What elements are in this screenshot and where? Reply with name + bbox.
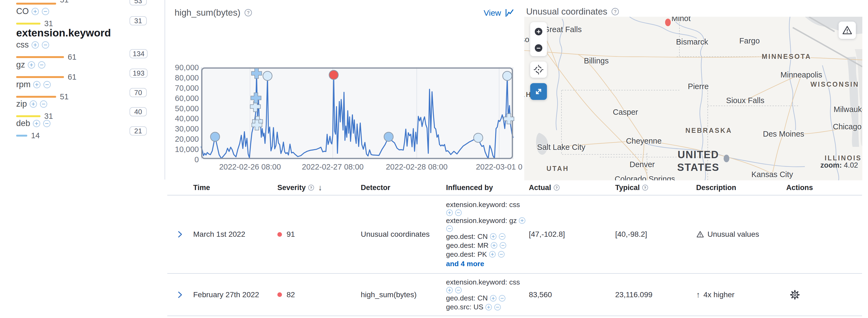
typical-coordinates-marker[interactable]: [724, 155, 729, 162]
filter-out-icon[interactable]: [494, 304, 501, 311]
help-icon[interactable]: ?: [642, 184, 648, 191]
help-icon[interactable]: ?: [611, 7, 619, 16]
filter-for-icon[interactable]: [33, 81, 41, 89]
anomaly-row: February 27th 202282high_sum(bytes)exten…: [167, 274, 862, 316]
anomaly-count-badge: 31: [129, 16, 147, 25]
influenced-by-cell: extension.keyword: cssgeo.dest: CNgeo.sr…: [442, 274, 525, 316]
x-axis-tick: 2022-02-28 08:00: [386, 163, 447, 171]
show-more-influencers-link[interactable]: and 4 more: [446, 259, 484, 269]
map-city-label: Denver: [629, 160, 655, 169]
influencer-value: geo.dest: MR: [446, 241, 489, 250]
filter-for-icon[interactable]: [491, 242, 498, 249]
column-header-severity[interactable]: Severity?↓: [273, 180, 356, 195]
map-city-label: so: [524, 35, 529, 44]
filter-out-icon[interactable]: [40, 100, 48, 108]
timeseries-chart[interactable]: [165, 0, 523, 179]
actions-gear-icon[interactable]: [790, 290, 800, 300]
actual-coordinates-marker[interactable]: [665, 19, 671, 26]
filter-for-icon[interactable]: [28, 61, 35, 69]
y-axis-tick: 0: [166, 155, 199, 164]
anomaly-marker[interactable]: [211, 132, 220, 141]
y-axis-tick: 90,000: [166, 63, 199, 72]
anomaly-marker[interactable]: [503, 71, 512, 81]
filter-out-icon[interactable]: [499, 233, 506, 240]
filter-for-icon[interactable]: [490, 233, 497, 240]
filter-for-icon[interactable]: [31, 7, 39, 16]
actual-value: [47,-102.8]: [529, 230, 565, 239]
zoom-out-button[interactable]: [535, 44, 542, 52]
help-icon[interactable]: ?: [553, 184, 560, 191]
anomaly-marker[interactable]: [263, 71, 272, 81]
max-score: 51: [60, 92, 68, 101]
y-axis-tick: 60,000: [166, 94, 199, 103]
map-expand-button[interactable]: [530, 83, 547, 100]
influencer-label: CO: [16, 6, 29, 16]
anomaly-marker[interactable]: [384, 132, 393, 141]
anomaly-time: February 27th 2022: [193, 290, 259, 299]
filter-for-icon[interactable]: [446, 287, 453, 294]
filter-out-icon[interactable]: [41, 41, 50, 49]
severity-score: 82: [286, 290, 295, 299]
max-score: 61: [68, 73, 76, 82]
help-icon[interactable]: ?: [308, 184, 314, 191]
filter-for-icon[interactable]: [446, 209, 453, 216]
actual-value: 83,560: [529, 290, 552, 299]
influencer-label: css: [16, 40, 29, 50]
expand-row-chevron-icon[interactable]: [175, 230, 184, 239]
y-axis-tick: 50,000: [166, 104, 199, 113]
filter-out-icon[interactable]: [41, 7, 50, 16]
map-canvas[interactable]: MinotGreat FallsBismarckFargoBillingsMin…: [524, 17, 862, 180]
filter-for-icon[interactable]: [489, 251, 496, 258]
svg-text:?: ?: [310, 186, 312, 190]
filter-out-icon[interactable]: [499, 295, 506, 302]
influenced-by-cell: extension.keyword: cssextension.keyword:…: [442, 196, 525, 273]
filter-for-icon[interactable]: [490, 295, 497, 302]
filter-out-icon[interactable]: [43, 120, 51, 127]
anomaly-count-badge: 40: [129, 107, 147, 116]
filter-out-icon[interactable]: [455, 287, 462, 294]
column-header-detector: Detector: [356, 180, 442, 195]
severity-bar: [16, 3, 56, 5]
help-icon[interactable]: ?: [611, 7, 619, 16]
anomaly-description: 4x higher: [704, 290, 735, 299]
filter-out-icon[interactable]: [43, 81, 51, 89]
map-city-label: Des Moines: [763, 129, 804, 139]
map-title: Unusual coordinates: [526, 6, 607, 17]
filter-for-icon[interactable]: [33, 120, 40, 127]
filter-out-icon[interactable]: [38, 61, 45, 69]
influencers-panel: extension.keyword 51CO31css61gz61rpm51zi…: [0, 0, 164, 179]
filter-out-icon[interactable]: [455, 209, 462, 216]
y-axis-tick: 10,000: [166, 145, 199, 154]
map-city-label: Minot: [672, 17, 691, 23]
detector-name: Unusual coordinates: [361, 230, 430, 239]
svg-text:?: ?: [644, 186, 646, 190]
anomaly-marker[interactable]: [329, 70, 338, 79]
zoom-in-button[interactable]: [535, 28, 542, 35]
filter-out-icon[interactable]: [498, 251, 505, 258]
map-city-label: Kansas City: [751, 170, 793, 179]
country-label: UNITEDSTATES: [677, 148, 719, 174]
map-warning-button[interactable]: [839, 22, 856, 39]
filter-for-icon[interactable]: [485, 304, 492, 311]
column-header-actual: Actual?: [525, 180, 611, 195]
filter-for-icon[interactable]: [29, 100, 37, 108]
influencer-item-rpm: rpm51: [16, 80, 68, 101]
filter-out-icon[interactable]: [499, 242, 506, 249]
filter-for-icon[interactable]: [31, 41, 39, 49]
filter-out-icon[interactable]: [446, 225, 453, 232]
anomaly-marker[interactable]: [473, 133, 483, 142]
y-axis-tick: 30,000: [166, 124, 199, 133]
y-axis-tick: 70,000: [166, 84, 199, 93]
map-state-label: WISCONSIN: [810, 81, 859, 88]
fit-to-data-button[interactable]: [530, 62, 547, 78]
influencer-item-gz: gz61: [16, 60, 76, 81]
column-header-typical: Typical?: [611, 180, 692, 195]
x-axis-tick: 2022-03-01 0: [476, 163, 523, 171]
max-score: 31: [44, 19, 53, 28]
expand-row-chevron-icon[interactable]: [175, 290, 184, 299]
influencer-label: deb: [16, 118, 30, 128]
map-city-label: Minneapolis: [781, 70, 823, 79]
map-city-label: Sioux Falls: [726, 96, 765, 105]
influencer-value: geo.dest: PK: [446, 250, 487, 259]
column-header-influenced-by: Influenced by: [442, 180, 525, 195]
